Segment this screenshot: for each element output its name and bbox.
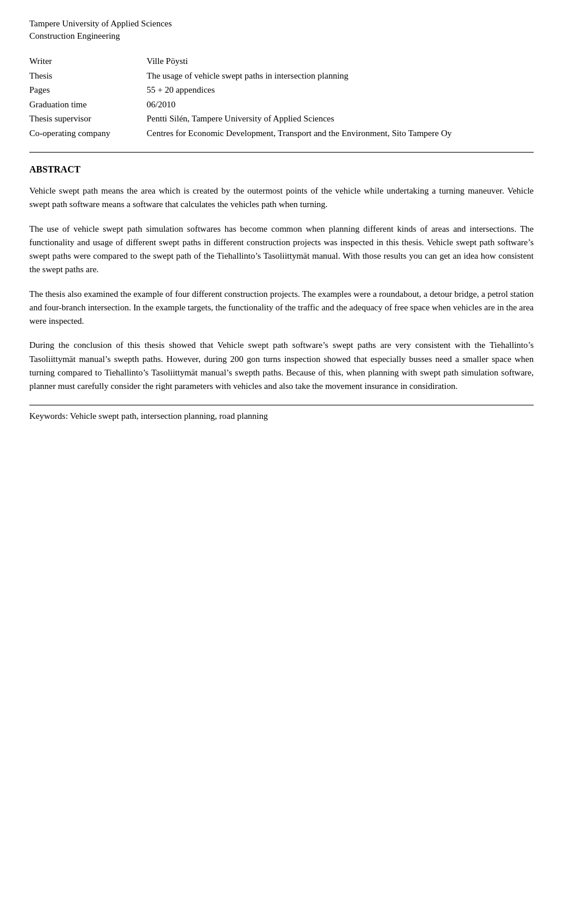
keywords-label: Keywords: (29, 411, 68, 421)
graduation-label: Graduation time (29, 97, 147, 112)
company-label: Co-operating company (29, 126, 147, 141)
thesis-label: Thesis (29, 69, 147, 83)
pages-label: Pages (29, 83, 147, 97)
company-row: Co-operating company Centres for Economi… (29, 126, 534, 141)
supervisor-label: Thesis supervisor (29, 111, 147, 126)
thesis-row: Thesis The usage of vehicle swept paths … (29, 69, 534, 83)
graduation-value: 06/2010 (147, 97, 534, 112)
header-divider (29, 152, 534, 153)
supervisor-value: Pentti Silén, Tampere University of Appl… (147, 111, 534, 126)
graduation-row: Graduation time 06/2010 (29, 97, 534, 112)
metadata-table: Writer Ville Pöysti Thesis The usage of … (29, 54, 534, 140)
abstract-paragraph-4: During the conclusion of this thesis sho… (29, 339, 534, 393)
writer-value: Ville Pöysti (147, 54, 534, 69)
abstract-paragraph-1: Vehicle swept path means the area which … (29, 184, 534, 212)
department-name: Construction Engineering (29, 30, 534, 42)
abstract-paragraph-2: The use of vehicle swept path simulation… (29, 222, 534, 277)
keywords-section: Keywords: Vehicle swept path, intersecti… (29, 405, 534, 421)
pages-value: 55 + 20 appendices (147, 83, 534, 97)
writer-row: Writer Ville Pöysti (29, 54, 534, 69)
abstract-heading: ABSTRACT (29, 164, 534, 175)
thesis-value: The usage of vehicle swept paths in inte… (147, 69, 534, 83)
company-value: Centres for Economic Development, Transp… (147, 126, 534, 141)
writer-label: Writer (29, 54, 147, 69)
university-name: Tampere University of Applied Sciences (29, 18, 534, 30)
abstract-paragraph-3: The thesis also examined the example of … (29, 287, 534, 329)
pages-row: Pages 55 + 20 appendices (29, 83, 534, 97)
keywords-value: Vehicle swept path, intersection plannin… (70, 411, 267, 421)
supervisor-row: Thesis supervisor Pentti Silén, Tampere … (29, 111, 534, 126)
